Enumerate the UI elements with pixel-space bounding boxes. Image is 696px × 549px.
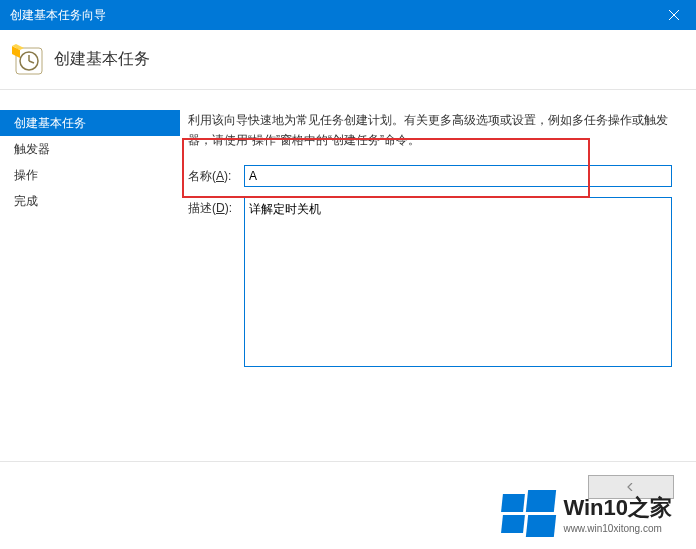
name-row: 名称(A): — [188, 165, 672, 187]
task-icon — [12, 44, 44, 76]
intro-text: 利用该向导快速地为常见任务创建计划。有关更多高级选项或设置，例如多任务操作或触发… — [188, 110, 672, 151]
close-icon — [669, 10, 679, 20]
watermark-text: Win10之家 www.win10xitong.com — [563, 493, 672, 534]
footer: Win10之家 www.win10xitong.com — [0, 461, 696, 549]
close-button[interactable] — [651, 0, 696, 30]
watermark-brand: Win10之家 — [563, 493, 672, 523]
description-input[interactable] — [244, 197, 672, 367]
wizard-header: 创建基本任务 — [0, 30, 696, 90]
description-label: 描述(D): — [188, 197, 244, 217]
titlebar: 创建基本任务向导 — [0, 0, 696, 30]
windows-logo-icon — [502, 490, 555, 537]
sidebar-item-trigger[interactable]: 触发器 — [0, 136, 180, 162]
sidebar-item-create-basic-task[interactable]: 创建基本任务 — [0, 110, 180, 136]
description-row: 描述(D): — [188, 197, 672, 367]
wizard-sidebar: 创建基本任务 触发器 操作 完成 — [0, 90, 180, 460]
main-panel: 利用该向导快速地为常见任务创建计划。有关更多高级选项或设置，例如多任务操作或触发… — [180, 90, 696, 460]
watermark: Win10之家 www.win10xitong.com — [502, 490, 672, 537]
sidebar-item-action[interactable]: 操作 — [0, 162, 180, 188]
sidebar-item-finish[interactable]: 完成 — [0, 188, 180, 214]
watermark-url: www.win10xitong.com — [563, 523, 672, 534]
name-input[interactable] — [244, 165, 672, 187]
content-area: 创建基本任务 触发器 操作 完成 利用该向导快速地为常见任务创建计划。有关更多高… — [0, 90, 696, 460]
name-label: 名称(A): — [188, 165, 244, 185]
page-title: 创建基本任务 — [54, 49, 150, 70]
window-title: 创建基本任务向导 — [0, 7, 651, 24]
